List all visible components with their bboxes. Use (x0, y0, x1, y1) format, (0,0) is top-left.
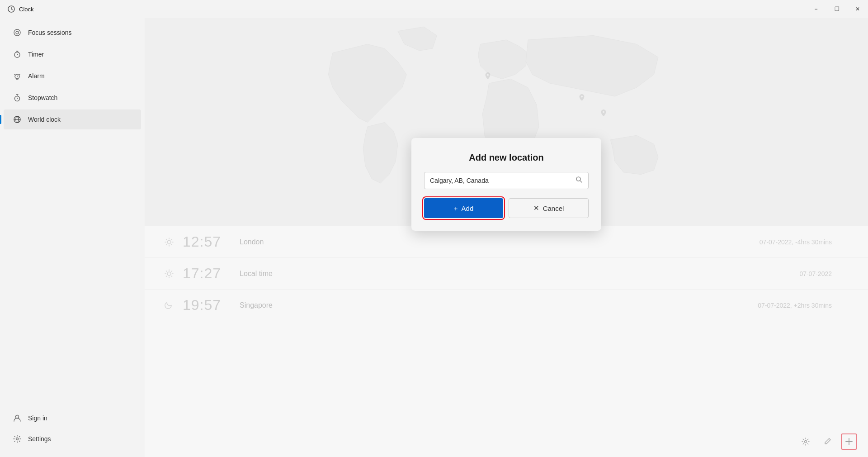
add-button[interactable]: + Add (424, 198, 503, 218)
app-body: Focus sessions Timer (0, 18, 868, 457)
app-title: Clock (19, 6, 34, 13)
svg-line-7 (17, 54, 18, 55)
add-plus-icon: + (454, 205, 458, 212)
restore-button[interactable]: ❐ (826, 0, 847, 18)
svg-line-24 (580, 181, 582, 182)
minimize-button[interactable]: − (806, 0, 826, 18)
sidebar-item-worldclock[interactable]: World clock (4, 109, 141, 129)
alarm-label: Alarm (28, 72, 45, 80)
sidebar-bottom: Sign in Settings (0, 407, 145, 453)
worldclock-icon (13, 115, 22, 124)
sidebar-item-stopwatch[interactable]: Stopwatch (4, 88, 141, 108)
signin-label: Sign in (28, 414, 47, 422)
window-controls: − ❐ ✕ (806, 0, 868, 18)
dialog-title: Add new location (424, 152, 589, 163)
alarm-icon (13, 71, 22, 81)
add-label: Add (462, 205, 474, 212)
add-location-dialog: Add new location + Add ✕ Cancel (411, 138, 601, 231)
settings-icon (13, 434, 22, 443)
sidebar-item-timer[interactable]: Timer (4, 44, 141, 64)
svg-line-12 (17, 98, 18, 99)
close-button[interactable]: ✕ (847, 0, 868, 18)
svg-point-3 (14, 29, 20, 36)
dialog-overlay (145, 18, 868, 457)
app-icon (7, 5, 15, 13)
location-search-input[interactable] (430, 177, 576, 184)
sidebar-item-settings[interactable]: Settings (4, 429, 141, 449)
search-icon (576, 176, 583, 185)
search-input-wrapper (424, 172, 589, 189)
settings-label: Settings (28, 435, 51, 443)
cancel-label: Cancel (543, 205, 564, 212)
timer-icon (13, 50, 22, 59)
cancel-x-icon: ✕ (533, 204, 539, 212)
svg-point-4 (16, 31, 19, 34)
sidebar-item-focus[interactable]: Focus sessions (4, 23, 141, 43)
title-bar: Clock − ❐ ✕ (0, 0, 868, 18)
user-icon (13, 414, 22, 423)
cancel-button[interactable]: ✕ Cancel (509, 198, 589, 218)
stopwatch-label: Stopwatch (28, 94, 57, 101)
sidebar-item-signin[interactable]: Sign in (4, 408, 141, 428)
stopwatch-icon (13, 93, 22, 102)
dialog-buttons: + Add ✕ Cancel (424, 198, 589, 218)
svg-point-19 (16, 438, 19, 440)
worldclock-label: World clock (28, 116, 61, 123)
focus-icon (13, 28, 22, 37)
content-area: Add new location + Add ✕ Cancel (145, 18, 868, 457)
timer-label: Timer (28, 51, 44, 58)
focus-label: Focus sessions (28, 29, 71, 36)
sidebar: Focus sessions Timer (0, 18, 145, 457)
sidebar-item-alarm[interactable]: Alarm (4, 66, 141, 86)
svg-line-2 (11, 9, 13, 10)
